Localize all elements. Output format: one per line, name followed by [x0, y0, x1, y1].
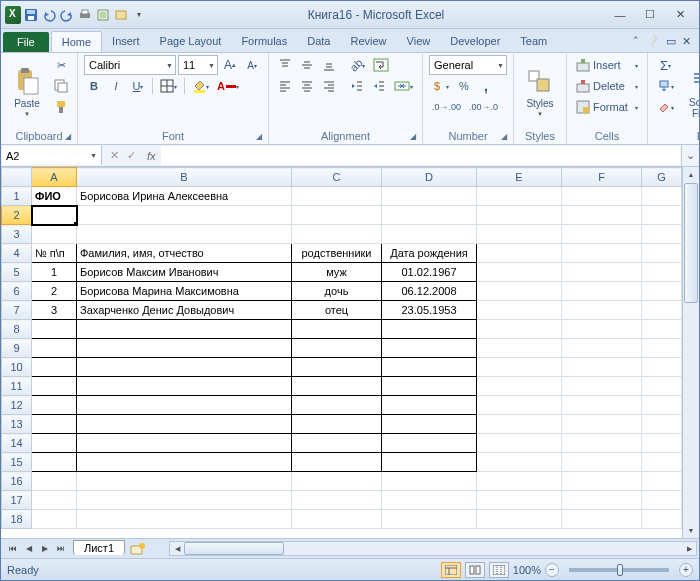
cell-B18[interactable] — [77, 510, 292, 529]
cell-G9[interactable] — [642, 339, 682, 358]
cell-C8[interactable] — [292, 320, 382, 339]
page-break-view-button[interactable] — [489, 562, 509, 578]
sort-filter-button[interactable]: Sort & Filter — [681, 55, 700, 130]
cell-F12[interactable] — [562, 396, 642, 415]
wrap-text-button[interactable] — [370, 55, 392, 75]
copy-button[interactable] — [51, 76, 71, 96]
cell-F15[interactable] — [562, 453, 642, 472]
font-name-combo[interactable]: Calibri▼ — [84, 55, 176, 75]
cell-B6[interactable]: Борисова Марина Максимовна — [77, 282, 292, 301]
qat-dropdown-icon[interactable]: ▼ — [131, 7, 147, 23]
tab-insert[interactable]: Insert — [102, 31, 150, 52]
cell-F9[interactable] — [562, 339, 642, 358]
tab-page-layout[interactable]: Page Layout — [150, 31, 232, 52]
ribbon-minimize-icon[interactable]: ⌃ — [632, 35, 640, 48]
cell-C6[interactable]: дочь — [292, 282, 382, 301]
row-header-17[interactable]: 17 — [2, 491, 32, 510]
increase-decimal-button[interactable]: .0→.00 — [429, 97, 464, 117]
cell-B5[interactable]: Борисов Максим Иванович — [77, 263, 292, 282]
excel-icon[interactable] — [5, 7, 21, 23]
cell-F4[interactable] — [562, 244, 642, 263]
col-header-B[interactable]: B — [77, 168, 292, 187]
align-center-button[interactable] — [297, 76, 317, 96]
tab-formulas[interactable]: Formulas — [231, 31, 297, 52]
tab-data[interactable]: Data — [297, 31, 340, 52]
row-header-6[interactable]: 6 — [2, 282, 32, 301]
row-header-14[interactable]: 14 — [2, 434, 32, 453]
font-launcher-icon[interactable]: ◢ — [254, 132, 264, 142]
cell-G3[interactable] — [642, 225, 682, 244]
scroll-down-icon[interactable]: ▼ — [683, 523, 699, 538]
cell-C16[interactable] — [292, 472, 382, 491]
cell-E6[interactable] — [477, 282, 562, 301]
zoom-handle[interactable] — [617, 564, 623, 576]
cell-E9[interactable] — [477, 339, 562, 358]
grid-scroll[interactable]: ABCDEFG1ФИОБорисова Ирина Алексеевна234№… — [1, 167, 682, 538]
qat-print-icon[interactable] — [77, 7, 93, 23]
italic-button[interactable]: I — [106, 76, 126, 96]
bold-button[interactable]: B — [84, 76, 104, 96]
expand-formula-bar-icon[interactable]: ⌄ — [681, 145, 699, 166]
cell-E4[interactable] — [477, 244, 562, 263]
col-header-F[interactable]: F — [562, 168, 642, 187]
percent-button[interactable]: % — [454, 76, 474, 96]
cell-F11[interactable] — [562, 377, 642, 396]
cell-A18[interactable] — [32, 510, 77, 529]
row-header-4[interactable]: 4 — [2, 244, 32, 263]
cell-E2[interactable] — [477, 206, 562, 225]
col-header-E[interactable]: E — [477, 168, 562, 187]
cell-F13[interactable] — [562, 415, 642, 434]
scroll-right-icon[interactable]: ▶ — [682, 542, 696, 555]
cell-C2[interactable] — [292, 206, 382, 225]
font-color-button[interactable]: A▾ — [214, 76, 242, 96]
cell-G17[interactable] — [642, 491, 682, 510]
row-header-10[interactable]: 10 — [2, 358, 32, 377]
scroll-up-icon[interactable]: ▲ — [683, 167, 699, 182]
cell-A13[interactable] — [32, 415, 77, 434]
formula-input[interactable] — [161, 146, 680, 165]
vscroll-thumb[interactable] — [684, 183, 698, 303]
align-left-button[interactable] — [275, 76, 295, 96]
cell-C14[interactable] — [292, 434, 382, 453]
new-sheet-icon[interactable] — [129, 542, 147, 556]
cell-D1[interactable] — [382, 187, 477, 206]
first-sheet-icon[interactable]: ⏮ — [5, 541, 21, 557]
fill-button[interactable]: ▾ — [654, 76, 677, 96]
cell-D10[interactable] — [382, 358, 477, 377]
zoom-slider[interactable] — [569, 568, 669, 572]
cell-D11[interactable] — [382, 377, 477, 396]
cell-G16[interactable] — [642, 472, 682, 491]
cell-C9[interactable] — [292, 339, 382, 358]
cell-E15[interactable] — [477, 453, 562, 472]
cell-C5[interactable]: муж — [292, 263, 382, 282]
col-header-A[interactable]: A — [32, 168, 77, 187]
cell-D3[interactable] — [382, 225, 477, 244]
cell-A12[interactable] — [32, 396, 77, 415]
cell-F8[interactable] — [562, 320, 642, 339]
cell-G7[interactable] — [642, 301, 682, 320]
cell-D14[interactable] — [382, 434, 477, 453]
cell-D13[interactable] — [382, 415, 477, 434]
cell-E17[interactable] — [477, 491, 562, 510]
cell-B12[interactable] — [77, 396, 292, 415]
cell-G18[interactable] — [642, 510, 682, 529]
name-box[interactable]: ▼ — [2, 146, 102, 165]
window-restore-icon[interactable]: ▭ — [666, 35, 676, 48]
cell-A11[interactable] — [32, 377, 77, 396]
cell-F16[interactable] — [562, 472, 642, 491]
cell-G2[interactable] — [642, 206, 682, 225]
decrease-indent-button[interactable] — [347, 76, 367, 96]
cell-D4[interactable]: Дата рождения — [382, 244, 477, 263]
cell-G1[interactable] — [642, 187, 682, 206]
mdi-close-icon[interactable]: ✕ — [682, 35, 691, 48]
cell-A3[interactable] — [32, 225, 77, 244]
tab-view[interactable]: View — [397, 31, 441, 52]
row-header-9[interactable]: 9 — [2, 339, 32, 358]
cell-A14[interactable] — [32, 434, 77, 453]
cell-A1[interactable]: ФИО — [32, 187, 77, 206]
cell-A16[interactable] — [32, 472, 77, 491]
cell-E16[interactable] — [477, 472, 562, 491]
paste-button[interactable]: Paste ▼ — [7, 55, 47, 130]
maximize-button[interactable]: ☐ — [635, 5, 665, 25]
scroll-left-icon[interactable]: ◀ — [170, 542, 184, 555]
